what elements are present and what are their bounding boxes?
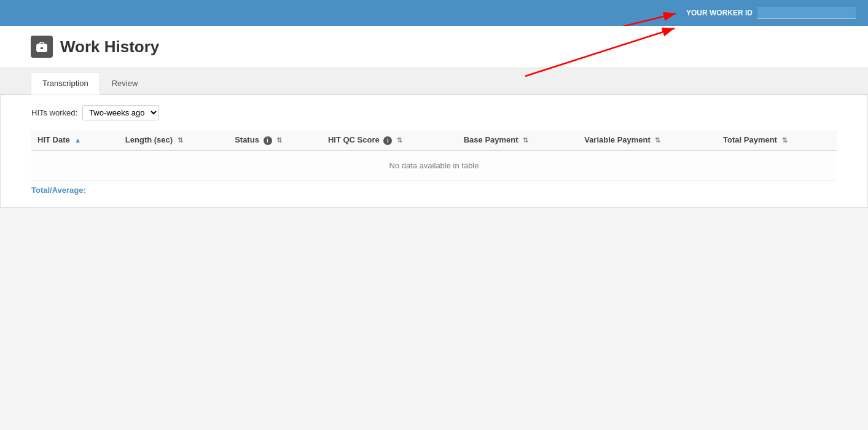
hits-filter-select[interactable]: Two-weeks ago Last week This week All ti… (82, 105, 159, 120)
no-data-row: No data available in table (31, 150, 837, 181)
hits-filter-label: HITs worked: (31, 108, 77, 117)
page-header: Work History (0, 26, 868, 68)
col-hit-date[interactable]: HIT Date ▲ (31, 130, 119, 150)
col-variable-payment[interactable]: Variable Payment ⇅ (578, 130, 717, 150)
worker-id-section: YOUR WORKER ID (686, 7, 856, 19)
tabs-container: Transcription Review (0, 68, 868, 95)
worker-id-label: YOUR WORKER ID (686, 9, 753, 17)
qc-score-info-icon[interactable]: i (383, 136, 392, 145)
status-info-icon[interactable]: i (264, 136, 272, 145)
sort-icon-hit-date: ▲ (74, 136, 81, 144)
col-total-payment[interactable]: Total Payment ⇅ (717, 130, 837, 150)
no-data-message: No data available in table (31, 150, 837, 181)
col-length[interactable]: Length (sec) ⇅ (119, 130, 229, 150)
page-title: Work History (60, 37, 159, 57)
tab-content: HITs worked: Two-weeks ago Last week Thi… (0, 95, 868, 208)
worker-id-value (757, 7, 856, 19)
sort-icon-base-payment: ⇅ (523, 136, 528, 144)
hits-filter: HITs worked: Two-weeks ago Last week Thi… (31, 105, 837, 120)
tab-review[interactable]: Review (100, 72, 150, 94)
sort-icon-qc-score: ⇅ (397, 136, 402, 144)
sort-icon-length: ⇅ (178, 136, 183, 144)
work-history-table: HIT Date ▲ Length (sec) ⇅ Status i ⇅ HIT… (31, 130, 837, 181)
col-base-payment[interactable]: Base Payment ⇅ (458, 130, 578, 150)
svg-rect-6 (41, 47, 43, 49)
table-header-row: HIT Date ▲ Length (sec) ⇅ Status i ⇅ HIT… (31, 130, 837, 150)
total-average-label: Total/Average: (31, 186, 86, 195)
col-status[interactable]: Status i ⇅ (229, 130, 322, 150)
total-average-row: Total/Average: (31, 181, 837, 195)
col-hit-qc-score[interactable]: HIT QC Score i ⇅ (322, 130, 458, 150)
sort-icon-variable-payment: ⇅ (655, 136, 660, 144)
sort-icon-status: ⇅ (276, 136, 282, 144)
tab-transcription[interactable]: Transcription (31, 72, 100, 95)
top-header: YOUR WORKER ID (0, 0, 868, 26)
sort-icon-total-payment: ⇅ (782, 136, 788, 144)
page-icon (31, 36, 53, 58)
